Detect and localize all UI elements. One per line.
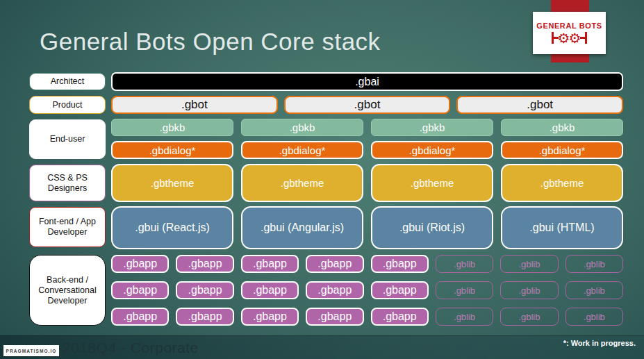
gbapp-box: .gbapp bbox=[306, 255, 363, 273]
gblib-box: .gblib bbox=[436, 308, 493, 326]
row-label-css-ps-designers: CSS & PS Designers bbox=[29, 165, 106, 201]
gbkb-box: .gbkb bbox=[371, 119, 493, 136]
gblib-box: .gblib bbox=[500, 255, 558, 273]
work-in-progress-footnote: *: Work in progress. bbox=[563, 339, 636, 347]
gbkb-box: .gbkb bbox=[501, 119, 623, 136]
gbui-box: .gbui (HTML) bbox=[501, 206, 623, 249]
gbkb-box: .gbkb bbox=[111, 119, 233, 136]
gblib-box: .gblib bbox=[565, 281, 623, 299]
gbtheme-box: .gbtheme bbox=[371, 164, 493, 202]
gbapp-box: .gbapp bbox=[241, 281, 299, 299]
gbapp-box: .gbapp bbox=[306, 281, 363, 299]
footer-caption: 2018Q4 - Corporate bbox=[63, 340, 199, 356]
gblib-box: .gblib bbox=[565, 308, 623, 326]
row-label-product: Product bbox=[29, 96, 106, 114]
gbapp-box: .gbapp bbox=[176, 255, 233, 273]
general-bots-logo: GENERAL BOTS ⚙⚙ bbox=[533, 12, 606, 54]
gblib-box: .gblib bbox=[436, 281, 493, 299]
gbdialog-box: .gbdialog* bbox=[501, 141, 623, 159]
row-label-frontend-developer: Font-end / App Developer bbox=[29, 207, 106, 247]
gbui-box: .gbui (Angular.js) bbox=[241, 206, 363, 249]
gbapp-box: .gbapp bbox=[371, 255, 429, 273]
gbdialog-box: .gbdialog* bbox=[241, 141, 363, 159]
backend-row: .gbapp .gbapp .gbapp .gbapp .gbapp .gbli… bbox=[111, 308, 623, 326]
gbdialog-box: .gbdialog* bbox=[371, 141, 493, 159]
gbapp-box: .gbapp bbox=[111, 255, 169, 273]
row-label-architect: Architect bbox=[29, 73, 106, 90]
gbapp-box: .gbapp bbox=[176, 281, 233, 299]
row-label-backend-developer: Back-end / Conversational Developer bbox=[29, 255, 106, 326]
pragmatismo-logo: PRAGMATISMO.IO bbox=[3, 345, 59, 356]
gblib-box: .gblib bbox=[436, 255, 493, 273]
gbot-box: .gbot bbox=[456, 96, 623, 114]
architect-row: .gbai bbox=[111, 72, 623, 91]
gbot-box: .gbot bbox=[284, 96, 451, 114]
product-row: .gbot .gbot .gbot bbox=[111, 96, 623, 114]
gbtheme-box: .gbtheme bbox=[111, 164, 233, 202]
gbai-bar: .gbai bbox=[111, 72, 623, 91]
logo-brand-text: GENERAL BOTS bbox=[536, 22, 602, 30]
gblib-box: .gblib bbox=[500, 308, 558, 326]
page-title: General Bots Open Core stack bbox=[40, 28, 381, 56]
gear-icon: ⚙ bbox=[569, 31, 581, 45]
gbkb-row: .gbkb .gbkb .gbkb .gbkb bbox=[111, 119, 623, 136]
gbapp-box: .gbapp bbox=[241, 308, 299, 326]
gbui-box: .gbui (React.js) bbox=[111, 206, 233, 249]
gbdialog-box: .gbdialog* bbox=[111, 141, 233, 159]
gbkb-box: .gbkb bbox=[241, 119, 363, 136]
gbui-box: .gbui (Riot.js) bbox=[371, 206, 493, 249]
gbtheme-box: .gbtheme bbox=[501, 164, 623, 202]
gbapp-box: .gbapp bbox=[371, 281, 429, 299]
backend-row: .gbapp .gbapp .gbapp .gbapp .gbapp .gbli… bbox=[111, 255, 623, 273]
gblib-box: .gblib bbox=[565, 255, 623, 273]
gbapp-box: .gbapp bbox=[306, 308, 363, 326]
gbtheme-box: .gbtheme bbox=[241, 164, 363, 202]
gbapp-box: .gbapp bbox=[111, 308, 169, 326]
backend-row: .gbapp .gbapp .gbapp .gbapp .gbapp .gbli… bbox=[111, 281, 623, 299]
row-label-end-user: End-user bbox=[29, 119, 106, 159]
gbapp-box: .gbapp bbox=[111, 281, 169, 299]
slide: General Bots Open Core stack GENERAL BOT… bbox=[0, 0, 644, 359]
gbtheme-row: .gbtheme .gbtheme .gbtheme .gbtheme bbox=[111, 164, 623, 202]
gbapp-box: .gbapp bbox=[176, 308, 233, 326]
gbapp-box: .gbapp bbox=[241, 255, 299, 273]
gbui-row: .gbui (React.js) .gbui (Angular.js) .gbu… bbox=[111, 206, 623, 249]
gear-bar-right-icon bbox=[585, 32, 587, 44]
gear-line-right-icon bbox=[580, 37, 585, 39]
gbdialog-row: .gbdialog* .gbdialog* .gbdialog* .gbdial… bbox=[111, 141, 623, 159]
gears-icon: ⚙⚙ bbox=[552, 31, 587, 45]
gblib-box: .gblib bbox=[500, 281, 558, 299]
gbot-box: .gbot bbox=[111, 96, 278, 114]
gbapp-box: .gbapp bbox=[371, 308, 429, 326]
